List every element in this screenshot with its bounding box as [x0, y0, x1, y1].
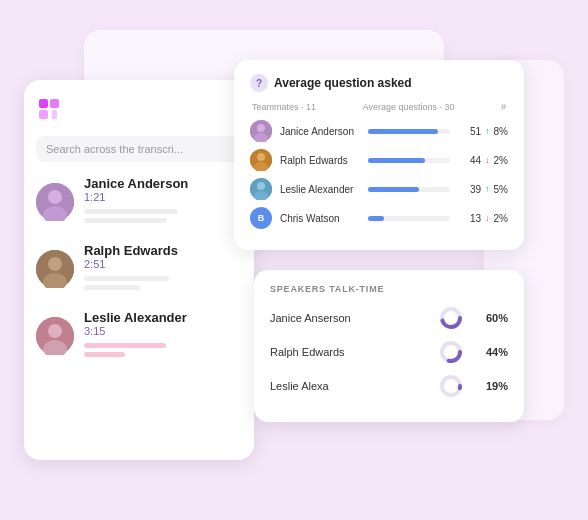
person-name-leslie: Leslie Alexander: [84, 310, 187, 325]
svg-point-17: [257, 153, 265, 161]
avatar-leslie: [36, 317, 74, 355]
avg-pct-ralph: 2%: [494, 155, 508, 166]
avg-row-leslie: Leslie Alexander 39 ↑ 5%: [250, 178, 508, 200]
svg-point-11: [48, 324, 62, 338]
avatar-janice: [36, 183, 74, 221]
avg-pct-chris: 2%: [494, 213, 508, 224]
app-logo: [36, 96, 64, 124]
card-average-questions: ? Average question asked Teammates · 11 …: [234, 60, 524, 250]
talk-name-ralph: Ralph Edwards: [270, 346, 429, 358]
avg-stats-janice: 51 ↑ 8%: [458, 126, 508, 137]
avg-avatar-ralph: [250, 149, 272, 171]
avg-stats-ralph: 44 ↓ 2%: [458, 155, 508, 166]
svg-point-14: [257, 124, 265, 132]
avg-pct-leslie: 5%: [494, 184, 508, 195]
avg-avatar-leslie: [250, 178, 272, 200]
skeleton: [84, 343, 166, 348]
avg-count-janice: 51: [470, 126, 481, 137]
avg-col-headers: Teammates · 11 Average questions · 30 #: [250, 102, 508, 112]
avg-pct-janice: 8%: [494, 126, 508, 137]
svg-rect-3: [52, 110, 57, 119]
avg-bar-janice: [368, 129, 450, 134]
avatar-ralph: [36, 250, 74, 288]
donut-leslie: [439, 374, 463, 398]
avg-trend-janice: ↑: [485, 126, 490, 136]
talk-pct-ralph: 44%: [473, 346, 508, 358]
person-item-leslie[interactable]: Leslie Alexander 3:15: [36, 310, 242, 361]
avg-bar-fill-ralph: [368, 158, 425, 163]
talk-name-janice: Janice Anserson: [270, 312, 429, 324]
svg-rect-1: [39, 110, 48, 119]
avg-name-leslie: Leslie Alexander: [280, 184, 360, 195]
donut-janice: [439, 306, 463, 330]
person-time-janice: 1:21: [84, 191, 188, 203]
scene: Search across the transcri... Janice And…: [24, 30, 564, 490]
person-name-ralph: Ralph Edwards: [84, 243, 178, 258]
left-panel: Search across the transcri... Janice And…: [24, 80, 254, 460]
skeleton: [84, 352, 125, 357]
svg-rect-2: [50, 99, 59, 108]
person-name-janice: Janice Anderson: [84, 176, 188, 191]
card-talk-time: Speakers Talk-Time Janice Anserson 60% R…: [254, 270, 524, 422]
avg-row-ralph: Ralph Edwards 44 ↓ 2%: [250, 149, 508, 171]
svg-point-20: [257, 182, 265, 190]
avg-count-ralph: 44: [470, 155, 481, 166]
skeleton: [84, 285, 140, 290]
avg-row-chris: B Chris Watson 13 ↓ 2%: [250, 207, 508, 229]
talk-row-leslie: Leslie Alexa 19%: [270, 374, 508, 398]
donut-ralph: [439, 340, 463, 364]
person-item-ralph[interactable]: Ralph Edwards 2:51: [36, 243, 242, 294]
talk-row-ralph: Ralph Edwards 44%: [270, 340, 508, 364]
skeleton: [84, 276, 169, 281]
avg-bar-ralph: [368, 158, 450, 163]
card-avg-title: Average question asked: [274, 76, 412, 90]
avg-bar-fill-leslie: [368, 187, 419, 192]
svg-point-5: [48, 190, 62, 204]
search-bar[interactable]: Search across the transcri...: [36, 136, 242, 162]
svg-point-8: [48, 257, 62, 271]
avg-row-janice: Janice Anderson 51 ↑ 8%: [250, 120, 508, 142]
person-time-ralph: 2:51: [84, 258, 178, 270]
avg-name-chris: Chris Watson: [280, 213, 360, 224]
avg-trend-leslie: ↑: [485, 184, 490, 194]
person-info-leslie: Leslie Alexander 3:15: [84, 310, 187, 361]
person-time-leslie: 3:15: [84, 325, 187, 337]
avg-avatar-janice: [250, 120, 272, 142]
talk-pct-leslie: 19%: [473, 380, 508, 392]
avg-count-leslie: 39: [470, 184, 481, 195]
avg-name-ralph: Ralph Edwards: [280, 155, 360, 166]
avg-bar-chris: [368, 216, 450, 221]
svg-rect-0: [39, 99, 48, 108]
avg-trend-ralph: ↓: [485, 155, 490, 165]
avg-bar-fill-chris: [368, 216, 384, 221]
avg-bar-leslie: [368, 187, 450, 192]
avg-name-janice: Janice Anderson: [280, 126, 360, 137]
avg-count-chris: 13: [470, 213, 481, 224]
avg-stats-leslie: 39 ↑ 5%: [458, 184, 508, 195]
skeleton: [84, 209, 178, 214]
avg-stats-chris: 13 ↓ 2%: [458, 213, 508, 224]
avg-trend-chris: ↓: [485, 213, 490, 223]
talk-pct-janice: 60%: [473, 312, 508, 324]
card-avg-header: ? Average question asked: [250, 74, 508, 92]
talk-name-leslie: Leslie Alexa: [270, 380, 429, 392]
person-info-janice: Janice Anderson 1:21: [84, 176, 188, 227]
svg-point-26: [442, 377, 460, 395]
avg-avatar-chris: B: [250, 207, 272, 229]
talk-row-janice: Janice Anserson 60%: [270, 306, 508, 330]
person-info-ralph: Ralph Edwards 2:51: [84, 243, 178, 294]
skeleton: [84, 218, 167, 223]
search-placeholder: Search across the transcri...: [46, 143, 183, 155]
question-icon: ?: [250, 74, 268, 92]
avg-bar-fill-janice: [368, 129, 438, 134]
card-talk-title: Speakers Talk-Time: [270, 284, 508, 294]
col-avg: Average questions · 30: [363, 102, 455, 112]
col-teammates: Teammates · 11: [252, 102, 316, 112]
col-hash: #: [501, 102, 506, 112]
person-item-janice[interactable]: Janice Anderson 1:21: [36, 176, 242, 227]
